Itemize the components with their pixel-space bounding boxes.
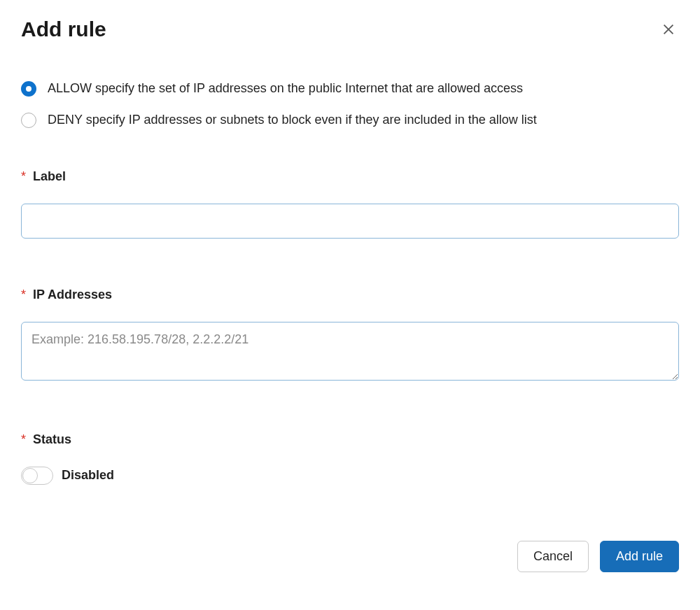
required-indicator: *: [21, 169, 26, 184]
field-status-text: Status: [33, 432, 71, 447]
modal-title: Add rule: [21, 17, 106, 41]
required-indicator: *: [21, 288, 26, 302]
radio-indicator-deny: [21, 113, 36, 128]
radio-label-allow: ALLOW specify the set of IP addresses on…: [48, 80, 523, 97]
radio-label-deny: DENY specify IP addresses or subnets to …: [48, 112, 537, 128]
close-button[interactable]: [658, 19, 679, 40]
footer-actions: Cancel Add rule: [21, 541, 679, 573]
cancel-button[interactable]: Cancel: [517, 541, 589, 573]
field-ip-section: * IP Addresses: [21, 288, 679, 383]
field-ip-text: IP Addresses: [33, 288, 112, 302]
field-status-section: * Status Disabled: [21, 432, 679, 485]
status-toggle-row: Disabled: [21, 467, 679, 485]
rule-type-radio-group: ALLOW specify the set of IP addresses on…: [21, 80, 679, 129]
field-status-title: * Status: [21, 432, 679, 447]
close-icon: [661, 22, 676, 37]
label-input[interactable]: [21, 204, 679, 239]
add-rule-button[interactable]: Add rule: [600, 541, 679, 573]
field-label-section: * Label: [21, 169, 679, 239]
field-label-title: * Label: [21, 169, 679, 184]
status-toggle-label: Disabled: [62, 468, 114, 483]
radio-option-allow[interactable]: ALLOW specify the set of IP addresses on…: [21, 80, 679, 97]
required-indicator: *: [21, 432, 26, 447]
modal-header: Add rule: [21, 17, 679, 41]
toggle-knob: [22, 468, 38, 483]
radio-indicator-allow: [21, 81, 36, 97]
field-ip-title: * IP Addresses: [21, 288, 679, 302]
status-toggle[interactable]: [21, 467, 53, 485]
field-label-text: Label: [33, 169, 66, 184]
radio-option-deny[interactable]: DENY specify IP addresses or subnets to …: [21, 112, 679, 128]
ip-addresses-input[interactable]: [21, 322, 679, 381]
